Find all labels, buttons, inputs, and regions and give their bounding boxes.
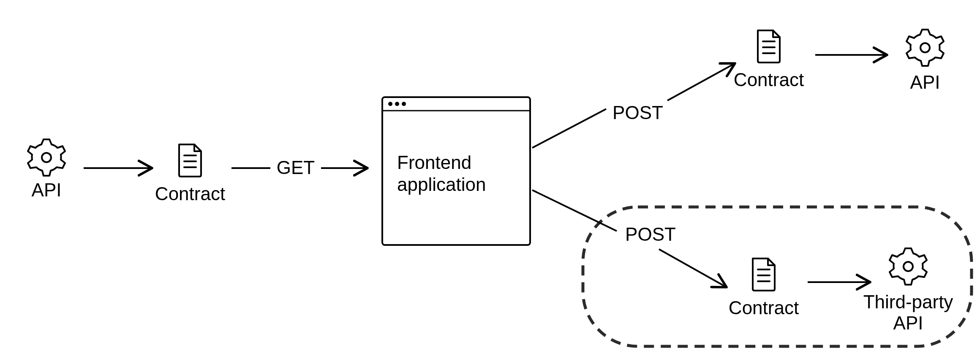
post-bot-label: POST <box>625 224 676 245</box>
connector-frontend-to-post-top <box>532 109 606 148</box>
gear-icon <box>28 139 65 176</box>
frontend-label-line1: Frontend <box>397 152 471 173</box>
gear-icon <box>890 248 927 285</box>
api-bot-label-line1: Third-party <box>863 291 953 312</box>
svg-point-7 <box>395 102 399 106</box>
architecture-diagram: API Contract GET Frontend application PO… <box>0 0 980 359</box>
api-top-label: API <box>910 72 940 92</box>
gear-icon <box>906 30 944 66</box>
api-node-top: API <box>906 30 944 92</box>
contract-node-left: Contract <box>155 144 225 204</box>
api-node-left: API <box>28 139 65 200</box>
arrow-post-top-to-contract <box>667 63 735 101</box>
arrow-post-bot-to-contract <box>659 249 727 287</box>
contract-left-label: Contract <box>155 183 225 204</box>
connector-frontend-to-post-bot <box>532 190 617 231</box>
contract-node-top: Contract <box>734 30 804 90</box>
document-icon <box>758 30 780 63</box>
contract-bot-label: Contract <box>729 297 799 318</box>
get-label: GET <box>277 157 315 178</box>
api-left-label: API <box>32 180 62 200</box>
api-bot-label-line2: API <box>893 313 923 333</box>
svg-point-8 <box>402 102 406 106</box>
svg-point-6 <box>388 102 392 106</box>
api-node-third-party: Third-party API <box>863 248 953 333</box>
frontend-label-line2: application <box>397 174 486 195</box>
document-icon <box>753 258 775 291</box>
post-top-label: POST <box>612 102 663 123</box>
contract-node-bottom: Contract <box>729 258 799 318</box>
frontend-application-node: Frontend application <box>382 97 530 245</box>
contract-top-label: Contract <box>734 69 804 90</box>
document-icon <box>179 144 201 177</box>
